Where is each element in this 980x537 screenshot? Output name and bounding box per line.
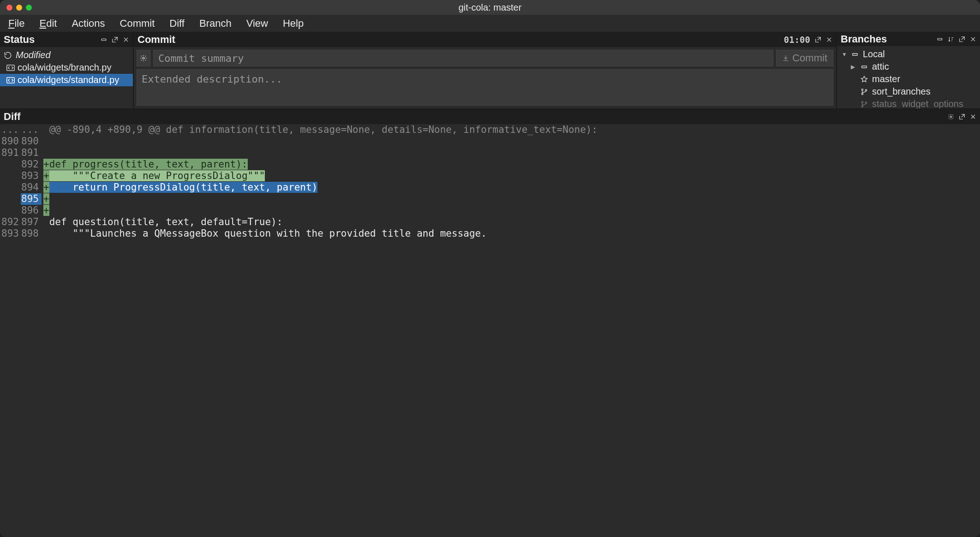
branch-item[interactable]: ▶ attic	[837, 60, 980, 73]
line-number-old	[0, 205, 21, 216]
menu-help[interactable]: Help	[279, 17, 307, 30]
branch-icon	[860, 101, 868, 108]
commit-options-button[interactable]	[137, 50, 150, 66]
diff-line[interactable]: 893898 """Launches a QMessageBox questio…	[0, 228, 980, 239]
line-number-new: 894	[21, 182, 42, 193]
diff-code: + return ProgressDialog(title, text, par…	[42, 182, 317, 193]
branch-item[interactable]: master	[837, 73, 980, 85]
menu-commit[interactable]: Commit	[116, 17, 159, 30]
diff-detach-icon[interactable]	[959, 113, 965, 120]
branches-pane: Branches ▼	[837, 32, 980, 108]
line-number-new: 895	[21, 193, 42, 205]
diff-code: +	[42, 205, 49, 216]
svg-point-13	[950, 116, 952, 118]
line-number-old: 893	[0, 228, 21, 239]
status-file[interactable]: cola/widgets/branch.py	[0, 61, 133, 74]
commit-detach-icon[interactable]	[815, 36, 821, 43]
branch-name: sort_branches	[872, 86, 931, 97]
branches-detach-icon[interactable]	[959, 36, 965, 42]
branches-collapse-icon[interactable]	[937, 36, 943, 42]
diff-code: @@ -890,4 +890,9 @@ def information(titl…	[42, 124, 598, 136]
diff-line[interactable]: 891891	[0, 147, 980, 159]
diff-line[interactable]: 896+	[0, 205, 980, 216]
branches-body: ▼ Local ▶ attic mas	[837, 46, 980, 108]
star-icon	[860, 76, 868, 83]
app-window: git-cola: master File Edit Actions Commi…	[0, 0, 980, 537]
svg-rect-4	[938, 38, 942, 40]
diff-line[interactable]: 890890	[0, 136, 980, 147]
window-title: git-cola: master	[0, 2, 980, 13]
diff-line[interactable]: 892897 def question(title, text, default…	[0, 216, 980, 228]
branches-close-icon[interactable]	[970, 36, 976, 42]
status-body: Modified cola/widgets/branch.py cola/wid…	[0, 47, 133, 88]
folder-icon	[860, 63, 868, 71]
svg-point-10	[861, 101, 863, 102]
status-group-modified[interactable]: Modified	[0, 49, 133, 61]
diff-line[interactable]: ...... @@ -890,4 +890,9 @@ def informati…	[0, 124, 980, 136]
menu-file[interactable]: File	[5, 17, 28, 30]
line-number-old: 891	[0, 147, 21, 159]
diff-line[interactable]: 895+	[0, 193, 980, 205]
commit-pane-header: Commit 01:00	[134, 32, 836, 47]
commit-summary-input[interactable]	[153, 50, 773, 66]
line-number-new: 890	[21, 136, 42, 147]
line-number-new: ...	[21, 124, 42, 136]
line-number-old	[0, 193, 21, 205]
menu-edit[interactable]: Edit	[36, 17, 60, 30]
menu-branch[interactable]: Branch	[196, 17, 235, 30]
commit-close-icon[interactable]	[826, 36, 832, 43]
branches-local-group[interactable]: ▼ Local	[837, 48, 980, 60]
status-detach-icon[interactable]	[112, 36, 118, 43]
titlebar: git-cola: master	[0, 0, 980, 15]
status-pane: Status Modified	[0, 32, 134, 108]
branches-pane-title: Branches	[841, 33, 887, 45]
status-collapse-icon[interactable]	[101, 36, 107, 43]
menu-diff[interactable]: Diff	[166, 17, 188, 30]
menubar: File Edit Actions Commit Diff Branch Vie…	[0, 15, 980, 32]
commit-description-input[interactable]	[137, 69, 833, 106]
branch-item[interactable]: status_widget_options	[837, 98, 980, 108]
diff-line[interactable]: 892+def progress(title, text, parent):	[0, 159, 980, 170]
diff-code: + """Create a new ProgressDialog"""	[42, 170, 265, 182]
line-number-old: 890	[0, 136, 21, 147]
diff-body[interactable]: ...... @@ -890,4 +890,9 @@ def informati…	[0, 124, 980, 537]
svg-point-12	[865, 102, 866, 103]
branches-local-label: Local	[863, 49, 885, 60]
diff-close-icon[interactable]	[970, 113, 976, 120]
menu-actions[interactable]: Actions	[68, 17, 108, 30]
svg-rect-0	[102, 39, 106, 41]
diff-line[interactable]: 893+ """Create a new ProgressDialog"""	[0, 170, 980, 182]
status-pane-header: Status	[0, 32, 133, 47]
line-number-old: ...	[0, 124, 21, 136]
line-number-old: 892	[0, 216, 21, 228]
line-number-new: 892	[21, 159, 42, 170]
file-diff-icon	[6, 77, 15, 84]
diff-code: """Launches a QMessageBox question with …	[42, 228, 487, 239]
commit-timer: 01:00	[784, 35, 810, 45]
expand-triangle-icon: ▼	[842, 51, 847, 58]
folder-icon	[851, 51, 859, 58]
branch-name: status_widget_options	[872, 99, 963, 108]
diff-line[interactable]: 894+ return ProgressDialog(title, text, …	[0, 182, 980, 193]
branches-pane-header: Branches	[837, 32, 980, 46]
branch-item[interactable]: sort_branches	[837, 85, 980, 98]
status-close-icon[interactable]	[123, 36, 129, 43]
svg-point-8	[861, 93, 863, 95]
line-number-old	[0, 159, 21, 170]
status-group-label: Modified	[16, 50, 51, 60]
branch-name: master	[872, 74, 900, 84]
commit-pane-title: Commit	[137, 34, 175, 46]
status-file[interactable]: cola/widgets/standard.py	[0, 74, 133, 86]
expand-triangle-icon: ▶	[851, 64, 856, 70]
svg-rect-6	[862, 66, 867, 68]
line-number-old	[0, 170, 21, 182]
svg-point-3	[143, 57, 144, 59]
svg-point-9	[865, 90, 866, 91]
branch-name: attic	[872, 61, 889, 72]
diff-settings-icon[interactable]	[948, 113, 954, 120]
diff-code: +def progress(title, text, parent):	[42, 159, 248, 170]
branches-sort-icon[interactable]	[948, 36, 954, 42]
line-number-new: 893	[21, 170, 42, 182]
commit-button[interactable]: Commit	[776, 50, 833, 66]
menu-view[interactable]: View	[243, 17, 272, 30]
